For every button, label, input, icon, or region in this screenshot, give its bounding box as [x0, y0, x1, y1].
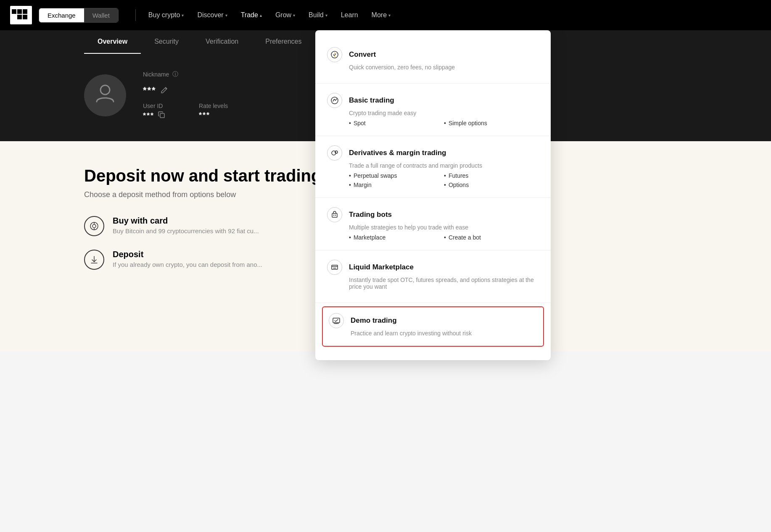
spot-item[interactable]: Spot — [349, 120, 444, 126]
buy-with-card-icon — [84, 216, 104, 236]
nav-grow-label: Grow — [275, 11, 291, 19]
discover-chevron-icon: ▾ — [225, 13, 227, 18]
basic-trading-subitems: Spot Simple options — [349, 120, 539, 126]
nav-buy-crypto[interactable]: Buy crypto ▾ — [143, 8, 190, 22]
nav-build[interactable]: Build ▾ — [303, 8, 333, 22]
navbar: Exchange Wallet Buy crypto ▾ Discover ▾ … — [0, 0, 771, 30]
liquid-marketplace-title: Liquid Marketplace — [349, 263, 414, 271]
nickname-info-icon[interactable]: ⓘ — [172, 71, 178, 78]
nickname-value: *** — [143, 85, 156, 96]
nav-buy-crypto-label: Buy crypto — [148, 11, 180, 19]
nav-links: Buy crypto ▾ Discover ▾ Trade ▴ Grow ▾ B… — [143, 8, 761, 22]
logo[interactable] — [10, 6, 32, 24]
nav-more[interactable]: More ▾ — [366, 8, 396, 22]
convert-header: Convert — [327, 47, 539, 62]
convert-icon — [327, 47, 342, 62]
nav-trade[interactable]: Trade ▴ — [235, 8, 268, 22]
perpetual-swaps-item[interactable]: Perpetual swaps — [349, 172, 444, 179]
margin-item[interactable]: Margin — [349, 182, 444, 188]
rate-levels-group: Rate levels *** — [199, 103, 228, 120]
dropdown-trading-bots[interactable]: Trading bots Multiple strategies to help… — [315, 200, 551, 248]
nav-discover[interactable]: Discover ▾ — [191, 8, 233, 22]
divider-4 — [315, 250, 551, 250]
marketplace-item[interactable]: Marketplace — [349, 234, 444, 241]
svg-rect-15 — [332, 213, 337, 217]
basic-trading-header: Basic trading — [327, 93, 539, 108]
svg-rect-4 — [23, 15, 27, 19]
user-id-group: User ID *** — [143, 103, 165, 120]
svg-rect-1 — [17, 9, 22, 14]
okx-logo-svg — [12, 9, 30, 21]
wallet-toggle[interactable]: Wallet — [84, 8, 118, 22]
user-id-label: User ID — [143, 103, 165, 109]
nav-learn-label: Learn — [341, 11, 358, 19]
create-bot-item[interactable]: Create a bot — [444, 234, 539, 241]
svg-rect-3 — [23, 9, 27, 14]
copy-user-id-icon[interactable] — [158, 111, 165, 120]
subnav-security-label: Security — [154, 38, 179, 45]
svg-rect-18 — [332, 265, 338, 269]
demo-trading-title: Demo trading — [351, 316, 397, 325]
nav-toggles: Exchange Wallet — [39, 8, 119, 23]
simple-options-item[interactable]: Simple options — [444, 120, 539, 126]
buy-with-card-desc: Buy Bitcoin and 99 cryptocurrencies with… — [113, 227, 259, 234]
dropdown-basic-trading[interactable]: Basic trading Crypto trading made easy S… — [315, 86, 551, 133]
ids-row: User ID *** Rate levels *** — [143, 103, 228, 120]
svg-point-5 — [100, 85, 110, 95]
divider-2 — [315, 136, 551, 136]
nickname-row: Nickname ⓘ — [143, 71, 228, 78]
deposit-icon — [84, 250, 104, 270]
subnav-verification-label: Verification — [206, 38, 238, 45]
liquid-marketplace-desc: Instantly trade spot OTC, futures spread… — [349, 277, 539, 290]
avatar — [84, 74, 126, 116]
svg-rect-19 — [333, 318, 340, 323]
divider-1 — [315, 83, 551, 84]
more-chevron-icon: ▾ — [388, 13, 391, 18]
user-id-value: *** — [143, 111, 154, 120]
nav-grow[interactable]: Grow ▾ — [269, 8, 301, 22]
trading-bots-title: Trading bots — [349, 211, 392, 219]
svg-point-12 — [331, 97, 338, 104]
subnav-overview-label: Overview — [98, 38, 127, 45]
svg-point-17 — [335, 215, 336, 216]
subnav-preferences-label: Preferences — [265, 38, 301, 45]
nav-build-label: Build — [309, 11, 324, 19]
deposit-title-label: Deposit — [113, 250, 262, 259]
subnav-verification[interactable]: Verification — [192, 30, 252, 54]
nav-learn[interactable]: Learn — [335, 8, 364, 22]
deposit-option-text: Deposit If you already own crypto, you c… — [113, 250, 262, 268]
subnav-security[interactable]: Security — [141, 30, 192, 54]
basic-trading-desc: Crypto trading made easy — [349, 110, 539, 116]
nickname-label: Nickname — [143, 71, 169, 78]
rate-levels-value: *** — [199, 111, 210, 120]
rate-levels-label: Rate levels — [199, 103, 228, 109]
dropdown-demo-trading[interactable]: Demo trading Practice and learn crypto i… — [322, 306, 544, 347]
subnav-overview[interactable]: Overview — [84, 30, 141, 54]
dropdown-derivatives[interactable]: Derivatives & margin trading Trade a ful… — [315, 139, 551, 195]
convert-desc: Quick conversion, zero fees, no slippage — [349, 64, 539, 71]
nav-divider — [135, 9, 136, 21]
options-item[interactable]: Options — [444, 182, 539, 188]
trade-chevron-icon: ▴ — [260, 13, 262, 18]
profile-info: Nickname ⓘ *** User ID *** — [143, 71, 228, 120]
svg-point-16 — [333, 215, 334, 216]
exchange-toggle[interactable]: Exchange — [39, 8, 84, 22]
liquid-marketplace-icon — [327, 260, 342, 275]
edit-nickname-icon[interactable] — [161, 86, 168, 95]
dropdown-liquid-marketplace[interactable]: Liquid Marketplace Instantly trade spot … — [315, 253, 551, 300]
buy-with-card-text: Buy with card Buy Bitcoin and 99 cryptoc… — [113, 216, 259, 234]
subnav-preferences[interactable]: Preferences — [252, 30, 315, 54]
user-id-value-row: *** — [143, 111, 165, 120]
divider-3 — [315, 198, 551, 198]
nav-trade-label: Trade — [241, 11, 258, 19]
svg-rect-6 — [160, 113, 164, 118]
basic-trading-icon — [327, 93, 342, 108]
trading-bots-icon — [327, 207, 342, 222]
derivatives-desc: Trade a full range of contracts and marg… — [349, 162, 539, 169]
futures-item[interactable]: Futures — [444, 172, 539, 179]
liquid-marketplace-header: Liquid Marketplace — [327, 260, 539, 275]
rate-levels-value-row: *** — [199, 111, 228, 120]
dropdown-convert[interactable]: Convert Quick conversion, zero fees, no … — [315, 40, 551, 81]
trading-bots-subitems: Marketplace Create a bot — [349, 234, 539, 241]
avatar-icon — [94, 82, 116, 108]
